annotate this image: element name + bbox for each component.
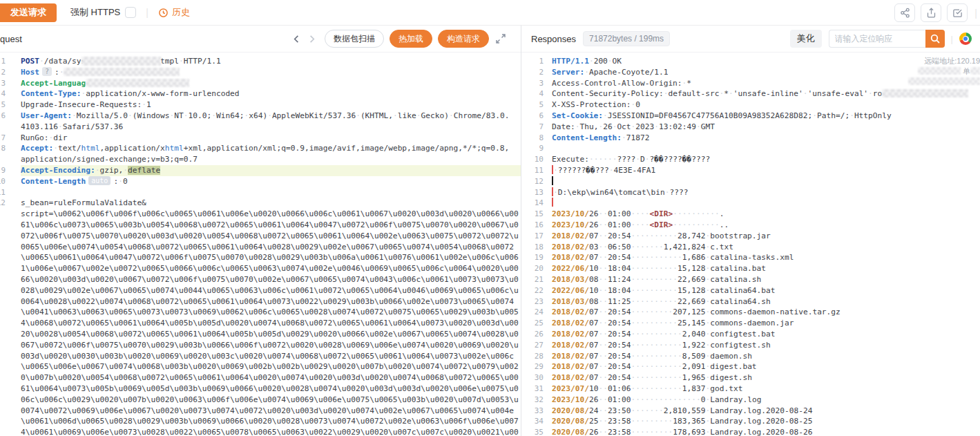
line-number: 18 (521, 242, 544, 253)
code-line: 242018/02/07··20:54·········207,125·comm… (521, 307, 980, 318)
redacted-mosaic (81, 57, 161, 66)
line-content: 2018/02/07··20:54···········8,509·daemon… (552, 351, 980, 362)
line-content (552, 143, 980, 154)
line-number: 27 (521, 340, 544, 351)
text-cursor (552, 176, 553, 185)
code-line: 3Accept-Languag (0, 78, 521, 89)
line-number: 4 (0, 88, 6, 99)
line-content: 4103.116·Safari/537.36 (21, 122, 521, 133)
fullscreen-button[interactable] (496, 34, 506, 44)
share-button[interactable] (894, 3, 915, 22)
redacted-mosaic (918, 67, 961, 75)
line-content (552, 198, 980, 209)
line-number: 17 (521, 231, 544, 242)
chevron-right-icon (307, 35, 316, 44)
export-button[interactable] (921, 3, 941, 22)
toolbar-right-divider: | (974, 8, 977, 19)
code-line: 262018/02/07··20:54···········2,040·conf… (521, 329, 980, 340)
code-line: 4103.116·Safari/537.36 (0, 122, 521, 133)
response-viewer[interactable]: 远端地址:120.19 单 1HTTP/1.1·200·OK2Server:·A… (521, 53, 980, 436)
line-content: Set-Cookie:·JSESSIONID=DF04567C47756A10B… (552, 111, 980, 122)
line-content: User-Agent:·Mozilla/5.0·(Windows·NT·10.0… (21, 111, 521, 122)
line-content: 2018/02/07··20:54···········2,091·digest… (552, 361, 980, 372)
line-number: 22 (521, 285, 544, 296)
line-number: 3 (0, 78, 6, 89)
response-search-input[interactable] (829, 30, 925, 48)
line-number: 25 (521, 318, 544, 329)
history-button[interactable]: 历史 (158, 6, 190, 19)
task-check-button[interactable] (947, 3, 968, 22)
redacted-mosaic (970, 67, 980, 75)
line-number: 32 (521, 395, 544, 406)
line-number: 24 (521, 307, 544, 318)
line-content: 2018/02/07··20:54···········1,686·catali… (552, 252, 980, 263)
line-content: Content-Security-Policy:·default-src·*·'… (552, 88, 980, 99)
line-content: Content-Type:·application/x-www-form-url… (21, 88, 521, 99)
line-number: 11 (0, 187, 6, 198)
line-number: 5 (521, 99, 544, 111)
help-badge: ? (42, 67, 52, 76)
line-content: Execute:······????·D·?��????��???? (552, 154, 980, 165)
code-line: 7Date:·Thu,·26·Oct·2023·13:02:49·GMT (521, 122, 980, 133)
line-number: 28 (521, 351, 544, 362)
line-content: 2023/07/10··01:06···········1,837·god.tx… (552, 383, 980, 395)
code-line: 292018/02/07··20:54···········2,091·dige… (521, 361, 980, 372)
line-content: 2018/02/07··20:54···········1,922·config… (552, 340, 980, 351)
response-panel-header: Responses 71872bytes / 199ms 美化 | (521, 26, 980, 53)
code-line: 172018/02/07··20:54··········28,742·boot… (521, 231, 980, 242)
code-line: 4Content-Type:·application/x-www-form-ur… (0, 88, 521, 99)
response-stats-badge: 71872bytes / 199ms (583, 31, 670, 46)
line-number: 10 (521, 154, 544, 165)
construct-request-button[interactable]: 构造请求 (438, 30, 489, 48)
line-content: 2020/08/25··23:58·········183,365·Landra… (552, 416, 980, 427)
code-line: 152023/10/26··01:00····<DIR>··········. (521, 209, 980, 220)
force-https-checkbox[interactable] (125, 7, 136, 18)
line-content: ·D:\ekp\win64\tomcat\bin·???? (552, 187, 980, 198)
request-panel: quest 数据包扫描 热加载 构造请求 1POST·/data/sys-com… (0, 26, 521, 436)
code-line: 13·D:\ekp\win64\tomcat\bin·???? (521, 187, 980, 198)
top-toolbar: 发送请求 强制 HTTPS | 历史 | (0, 0, 980, 26)
hot-reload-button[interactable]: 热加载 (390, 30, 432, 48)
send-request-button[interactable]: 发送请求 (0, 3, 57, 22)
code-line: 162023/10/26··01:00····<DIR>··········.. (521, 220, 980, 231)
line-content: 2020/08/24··23:50·······2,810,559·Landra… (552, 406, 980, 417)
line-number: 4 (521, 88, 544, 99)
line-number: 8 (0, 143, 6, 154)
line-number: 16 (521, 220, 544, 231)
code-line: 2Host?:· (0, 67, 521, 78)
code-line: 352020/08/26··23:58·········178,693·Land… (521, 427, 980, 436)
line-number: 9 (521, 143, 544, 154)
code-line: 6Set-Cookie:·JSESSIONID=DF04567C47756A10… (521, 111, 980, 122)
code-line: 5Upgrade-Insecure-Requests:·1 (0, 99, 521, 111)
code-line: application/signed-exchange;v=b3;q=0.7 (0, 154, 521, 165)
line-content: 2020/08/26··23:58·········178,693·Landra… (552, 427, 980, 436)
code-line: 6User-Agent:·Mozilla/5.0·(Windows·NT·10.… (0, 111, 521, 122)
redacted-mosaic (64, 68, 180, 76)
request-editor[interactable]: 1POST·/data/sys-common/treexml.tmpl·HTTP… (0, 53, 521, 436)
line-number (0, 154, 6, 165)
code-line: 9 (521, 143, 980, 154)
response-panel-title: Responses (531, 34, 576, 44)
line-number: 19 (521, 252, 544, 263)
line-content: RunGo:·dir (21, 133, 521, 144)
line-number: 13 (521, 187, 544, 198)
line-number: 14 (521, 198, 544, 209)
line-content: Accept-Encoding:·gzip,·deflate (21, 165, 521, 176)
code-line: 192018/02/07··20:54···········1,686·cata… (521, 252, 980, 263)
code-line: 10Content-Lengthauto:·0 (0, 176, 521, 187)
code-line: 342020/08/25··23:58·········183,365·Land… (521, 416, 980, 427)
line-content: 2018/02/07··20:54···········2,040·config… (552, 329, 980, 340)
packet-scan-button[interactable]: 数据包扫描 (325, 30, 384, 48)
line-number: 5 (0, 99, 6, 111)
line-content: 2022/06/10··18:04··········15,128·catali… (552, 263, 980, 274)
red-marker (552, 198, 553, 207)
beautify-button[interactable]: 美化 (790, 30, 822, 48)
open-in-browser-icon[interactable] (959, 32, 972, 45)
line-number: 6 (0, 111, 6, 122)
line-content: 2018/02/03··06:50·······1,421,824·c.txt (552, 242, 980, 253)
response-search-button[interactable] (925, 30, 945, 48)
prev-request-button[interactable] (289, 31, 304, 46)
next-request-button[interactable] (304, 31, 319, 46)
code-line: 5X-XSS-Protection:·0 (521, 99, 980, 111)
line-number: 11 (521, 165, 544, 176)
